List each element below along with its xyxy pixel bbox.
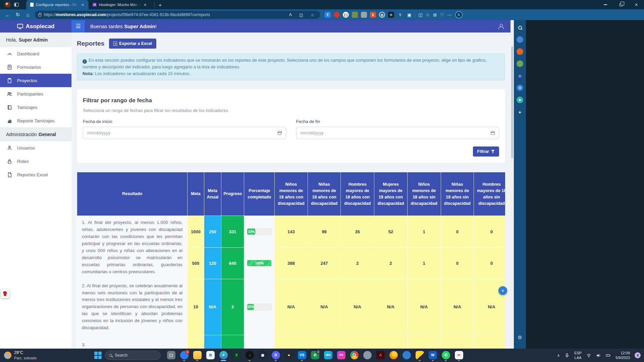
sidebar-item-reporte-tamizajes[interactable]: Reporte Tamizajes (0, 114, 71, 127)
taskbar-app-microsoft-store[interactable]: ⊞ (205, 350, 215, 361)
sidebar-item-reportes-excel[interactable]: Reportes Excel (0, 168, 71, 181)
b-extension-icon[interactable]: b (370, 12, 376, 18)
sidebar-item-participantes[interactable]: Participantes (0, 87, 71, 101)
taskbar-app-discord[interactable]: D (271, 350, 281, 361)
taskbar-app-word[interactable]: W (428, 350, 438, 361)
rings-extension-icon[interactable]: ◎ (379, 12, 385, 18)
scrollbar-thumb[interactable] (511, 46, 513, 158)
taskbar-app-github[interactable]: ● (284, 350, 294, 361)
refresh-icon[interactable]: ↻ (13, 12, 23, 18)
split-screen-icon[interactable]: ◫ (418, 12, 422, 17)
microphone-icon[interactable] (565, 353, 570, 358)
hamburger-menu-button[interactable]: ☰ (71, 20, 85, 33)
react-devtools-icon[interactable]: ⚛ (388, 12, 394, 18)
user-profile-icon[interactable] (498, 24, 504, 29)
taskbar-app-chrome[interactable] (349, 350, 359, 361)
favorite-star-icon[interactable]: ☆ (308, 12, 317, 17)
browser-tab-active[interactable]: Configurar reportes - Monitoreo ✕ (26, 0, 89, 9)
games-icon[interactable] (517, 60, 523, 67)
battery-icon[interactable] (606, 353, 611, 358)
url-text[interactable]: https://monitoreo.asopiecad.com/projects… (44, 12, 284, 17)
taskbar-app-notes[interactable] (415, 350, 425, 361)
sidebar-item-proyectos[interactable]: Proyectos (0, 74, 71, 87)
calendar-icon[interactable] (278, 131, 282, 135)
sidebar-item-dashboard[interactable]: Dashboard (0, 47, 71, 60)
taskbar-app-spotify[interactable]: ♫ (245, 350, 255, 361)
taskbar-app-webstorm[interactable]: WS (323, 350, 333, 361)
adblock-hand-icon[interactable] (334, 12, 340, 18)
taskbar-app-browser[interactable] (362, 350, 372, 361)
start-date-input[interactable]: mm/dd/yyyy (83, 127, 286, 139)
browser-tab-hostinger[interactable]: H Hostinger: Mucho Más Que Aloja ✕ (89, 0, 151, 9)
taskbar-search[interactable]: Search (105, 351, 161, 360)
outlook-icon[interactable]: O (517, 84, 523, 91)
taskbar-app-phpstorm[interactable]: PS (336, 350, 346, 361)
wifi-icon[interactable] (586, 353, 591, 358)
volume-icon[interactable] (596, 353, 601, 358)
taskbar-app-snipping-tool[interactable]: ✂ (454, 350, 464, 361)
add-sidebar-item-icon[interactable]: + (517, 109, 523, 115)
sidebar-item-roles[interactable]: Roles (0, 155, 71, 168)
taskbar-app-window[interactable]: ▢ (166, 350, 176, 361)
settings-gear-icon[interactable]: ⚙ (518, 335, 522, 341)
browser-essentials-icon[interactable]: ♡ (440, 12, 444, 17)
taskbar-app-vscode[interactable]: VS (297, 350, 307, 361)
clock[interactable]: 12:095/9/2023 (615, 351, 630, 360)
search-icon[interactable] (517, 24, 523, 31)
notification-count-badge[interactable]: 4 (635, 352, 641, 358)
restore-button[interactable] (613, 0, 629, 9)
read-aloud-icon[interactable]: A (287, 12, 294, 17)
taskbar-app-chat[interactable]: 1 (179, 350, 189, 361)
face-extension-icon[interactable]: (·) (343, 12, 349, 18)
taskbar-app-media[interactable]: ◉ (258, 350, 268, 361)
close-tab-icon[interactable]: ✕ (80, 2, 85, 7)
back-icon[interactable]: ← (3, 12, 13, 18)
export-excel-button[interactable]: x Exportar a Excel (109, 39, 156, 49)
end-date-input[interactable]: mm/dd/yyyy (296, 127, 499, 139)
settings-more-icon[interactable]: ⋯ (447, 12, 452, 17)
close-button[interactable]: ✕ (629, 0, 644, 9)
brand[interactable]: Asopiecad (0, 20, 71, 33)
language-indicator[interactable]: ESPLAA (574, 351, 582, 360)
taskbar-app-whatsapp[interactable]: ✆ (441, 350, 451, 361)
favorites-icon[interactable]: ☆ (426, 12, 430, 17)
grey-extension-icon[interactable] (361, 12, 367, 18)
minimize-button[interactable] (598, 0, 613, 9)
start-button[interactable] (94, 352, 102, 359)
weather-widget[interactable]: 29°C Parc. soleado (0, 349, 41, 362)
col-header: Meta Anual (204, 172, 221, 216)
new-tab-button[interactable]: + (159, 2, 162, 8)
sidebar-item-usuarios[interactable]: Usuarios (0, 141, 71, 155)
taskbar-app-phone-link[interactable]: ✆2 (310, 350, 320, 361)
collections-icon[interactable]: ⊞ (433, 12, 437, 17)
vue-devtools-icon[interactable]: V (397, 12, 403, 18)
ft-extension-icon[interactable]: F (325, 12, 331, 18)
address-bar[interactable]: https://monitoreo.asopiecad.com/projects… (35, 11, 320, 19)
tray-chevron-up-icon[interactable]: ∧ (557, 353, 560, 358)
close-tab-icon[interactable]: ✕ (143, 2, 148, 7)
filter-button[interactable]: Filtrar (473, 146, 499, 157)
taskbar-app-firefox[interactable] (388, 350, 398, 361)
floating-extension-badge[interactable] (1, 289, 9, 298)
taskbar-app-file-explorer[interactable] (192, 350, 202, 361)
immersive-reader-icon[interactable]: ◫ (297, 12, 306, 17)
shopping-icon[interactable] (517, 36, 523, 43)
calendar-icon[interactable] (491, 131, 495, 135)
taskbar-app-excel[interactable]: X (231, 350, 241, 361)
sidebar-item-formularios[interactable]: Formularios (0, 60, 71, 74)
sidebar-item-tamizajes[interactable]: Tamizajes (0, 101, 71, 114)
drop-icon[interactable]: ◆ (517, 72, 523, 79)
lock-extension-icon[interactable] (352, 12, 358, 18)
extensions-puzzle-icon[interactable]: ▣ (407, 12, 411, 17)
browser-profile-avatar[interactable] (5, 2, 11, 8)
microsoft-365-icon[interactable] (517, 48, 523, 55)
taskbar-app-edge-profile[interactable] (401, 350, 412, 361)
share-icon[interactable]: ➤ (517, 97, 523, 103)
taskbar-app-adobe[interactable]: A (375, 350, 385, 361)
scroll-down-button[interactable]: ∨ (498, 286, 507, 295)
tab-workspaces-icon[interactable] (14, 3, 19, 7)
bing-chat-icon[interactable]: b (455, 11, 463, 18)
home-icon[interactable]: ⌂ (23, 12, 33, 18)
taskbar-app-edge[interactable]: e (218, 350, 228, 361)
page-scrollbar[interactable] (511, 20, 514, 349)
